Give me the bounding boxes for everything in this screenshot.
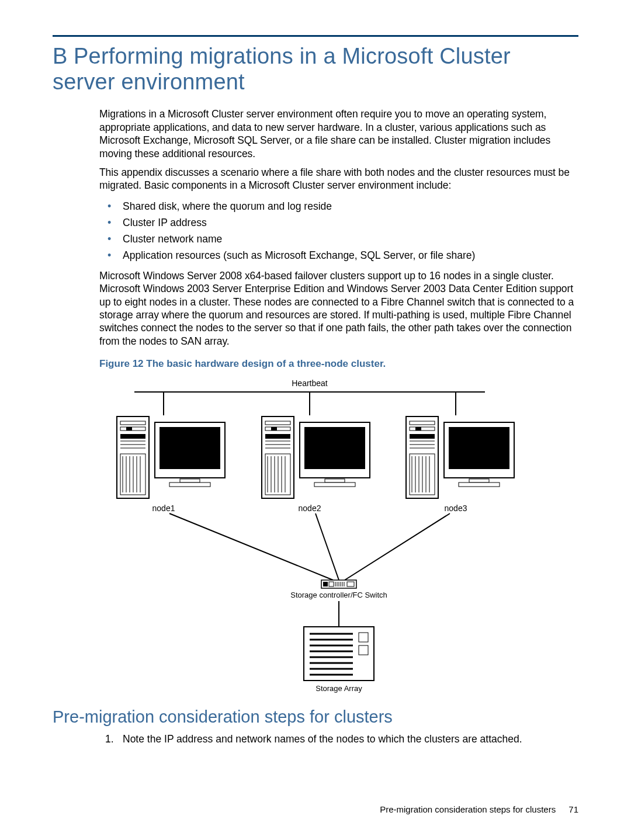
svg-rect-44 bbox=[415, 427, 421, 431]
heartbeat-label: Heartbeat bbox=[292, 379, 328, 388]
svg-rect-7 bbox=[120, 434, 145, 439]
node2-group bbox=[262, 416, 370, 498]
paragraph-1: Migrations in a Microsoft Cluster server… bbox=[99, 107, 578, 160]
list-item: Note the IP address and network names of… bbox=[99, 733, 578, 747]
svg-rect-21 bbox=[169, 483, 210, 487]
svg-rect-40 bbox=[314, 483, 355, 487]
node1-label: node1 bbox=[152, 504, 175, 513]
paragraph-2: This appendix discusses a scenario where… bbox=[99, 166, 578, 192]
svg-rect-71 bbox=[347, 582, 354, 586]
list-item: Application resources (such as Microsoft… bbox=[99, 247, 578, 263]
array-label: Storage Array bbox=[316, 684, 362, 693]
list-item: Shared disk, where the quorum and log re… bbox=[99, 198, 578, 214]
svg-rect-58 bbox=[469, 479, 489, 483]
node3-label: node3 bbox=[445, 504, 467, 513]
node3-group bbox=[406, 416, 514, 498]
svg-rect-26 bbox=[265, 434, 290, 439]
top-rule bbox=[53, 35, 578, 37]
svg-rect-39 bbox=[325, 479, 345, 483]
node1-group bbox=[117, 416, 225, 498]
steps-list: Note the IP address and network names of… bbox=[99, 733, 578, 747]
svg-line-60 bbox=[169, 513, 333, 580]
figure-caption: Figure 12 The basic hardware design of a… bbox=[99, 358, 578, 370]
svg-rect-38 bbox=[304, 427, 365, 469]
switch-label: Storage controller/FC Switch bbox=[290, 591, 387, 599]
svg-rect-25 bbox=[271, 427, 277, 431]
storage-array-icon bbox=[304, 627, 374, 681]
svg-rect-63 bbox=[323, 582, 328, 586]
paragraph-3: Microsoft Windows Server 2008 x64-based … bbox=[99, 269, 578, 348]
svg-line-61 bbox=[316, 513, 339, 580]
svg-rect-59 bbox=[459, 483, 500, 487]
footer-text: Pre-migration consideration steps for cl… bbox=[380, 804, 556, 814]
svg-rect-64 bbox=[329, 582, 334, 586]
svg-rect-57 bbox=[449, 427, 509, 469]
svg-rect-20 bbox=[180, 479, 200, 483]
svg-rect-82 bbox=[359, 633, 368, 642]
list-item: Cluster IP address bbox=[99, 214, 578, 231]
svg-rect-45 bbox=[410, 434, 435, 439]
svg-line-62 bbox=[345, 513, 450, 580]
page-number: 71 bbox=[568, 804, 578, 814]
section-title: Pre-migration consideration steps for cl… bbox=[53, 707, 578, 727]
list-item: Cluster network name bbox=[99, 231, 578, 247]
component-list: Shared disk, where the quorum and log re… bbox=[99, 198, 578, 263]
appendix-title: BPerforming migrations in a Microsoft Cl… bbox=[53, 44, 578, 95]
node2-label: node2 bbox=[299, 504, 321, 513]
page-footer: Pre-migration consideration steps for cl… bbox=[380, 804, 578, 814]
svg-rect-6 bbox=[126, 427, 132, 431]
svg-rect-83 bbox=[359, 645, 368, 655]
svg-rect-19 bbox=[160, 427, 220, 469]
figure-diagram: Heartbeat bbox=[99, 376, 520, 697]
appendix-letter: B bbox=[53, 44, 74, 70]
appendix-title-text: Performing migrations in a Microsoft Clu… bbox=[53, 44, 511, 94]
